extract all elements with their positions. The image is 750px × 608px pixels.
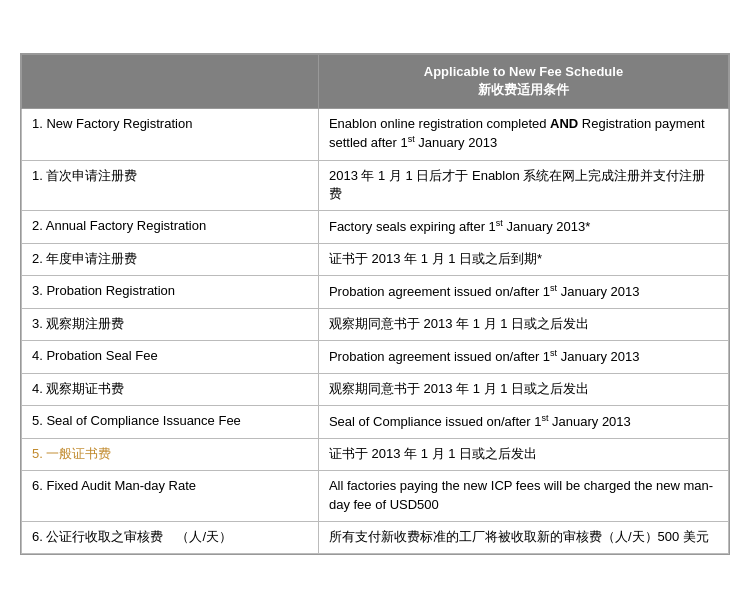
table-row: 4. 观察期证书费观察期同意书于 2013 年 1 月 1 日或之后发出	[22, 374, 729, 406]
row-zh-label: 1. 首次申请注册费	[22, 160, 319, 211]
row-zh-condition: 观察期同意书于 2013 年 1 月 1 日或之后发出	[318, 309, 728, 341]
row-en-label: 6. Fixed Audit Man-day Rate	[22, 471, 319, 522]
row-en-label: 3. Probation Registration	[22, 276, 319, 309]
row-en-label: 5. Seal of Compliance Issuance Fee	[22, 406, 319, 439]
header-zh: 新收费适用条件	[329, 81, 718, 99]
row-zh-condition: 证书于 2013 年 1 月 1 日或之后到期*	[318, 244, 728, 276]
table-row: 5. 一般证书费证书于 2013 年 1 月 1 日或之后发出	[22, 439, 729, 471]
table-row: 1. 首次申请注册费2013 年 1 月 1 日后才于 Enablon 系统在网…	[22, 160, 729, 211]
row-zh-condition: 观察期同意书于 2013 年 1 月 1 日或之后发出	[318, 374, 728, 406]
table-row: 2. Annual Factory RegistrationFactory se…	[22, 211, 729, 244]
fee-schedule-table: Applicable to New Fee Schedule 新收费适用条件 1…	[20, 53, 730, 555]
row-zh-label: 3. 观察期注册费	[22, 309, 319, 341]
row-en-label: 1. New Factory Registration	[22, 108, 319, 160]
row-zh-label: 4. 观察期证书费	[22, 374, 319, 406]
table-row: 6. Fixed Audit Man-day RateAll factories…	[22, 471, 729, 522]
table-row: 4. Probation Seal FeeProbation agreement…	[22, 341, 729, 374]
row-en-condition: All factories paying the new ICP fees wi…	[318, 471, 728, 522]
row-en-label: 2. Annual Factory Registration	[22, 211, 319, 244]
table-row: 6. 公证行收取之审核费 （人/天）所有支付新收费标准的工厂将被收取新的审核费（…	[22, 521, 729, 553]
table-row: 5. Seal of Compliance Issuance FeeSeal o…	[22, 406, 729, 439]
table-row: 2. 年度申请注册费证书于 2013 年 1 月 1 日或之后到期*	[22, 244, 729, 276]
row-en-label: 4. Probation Seal Fee	[22, 341, 319, 374]
header-en: Applicable to New Fee Schedule	[329, 63, 718, 81]
row-en-condition: Probation agreement issued on/after 1st …	[318, 341, 728, 374]
row-en-condition: Enablon online registration completed AN…	[318, 108, 728, 160]
table-row: 3. Probation RegistrationProbation agree…	[22, 276, 729, 309]
row-zh-condition: 证书于 2013 年 1 月 1 日或之后发出	[318, 439, 728, 471]
row-zh-condition: 所有支付新收费标准的工厂将被收取新的审核费（人/天）500 美元	[318, 521, 728, 553]
row-zh-label: 2. 年度申请注册费	[22, 244, 319, 276]
table-row: 1. New Factory RegistrationEnablon onlin…	[22, 108, 729, 160]
header-col-right: Applicable to New Fee Schedule 新收费适用条件	[318, 55, 728, 108]
row-en-condition: Probation agreement issued on/after 1st …	[318, 276, 728, 309]
row-en-condition: Seal of Compliance issued on/after 1st J…	[318, 406, 728, 439]
orange-label: 5. 一般证书费	[32, 446, 111, 461]
header-col-left	[22, 55, 319, 108]
row-zh-label: 5. 一般证书费	[22, 439, 319, 471]
row-zh-condition: 2013 年 1 月 1 日后才于 Enablon 系统在网上完成注册并支付注册…	[318, 160, 728, 211]
row-zh-label: 6. 公证行收取之审核费 （人/天）	[22, 521, 319, 553]
table-row: 3. 观察期注册费观察期同意书于 2013 年 1 月 1 日或之后发出	[22, 309, 729, 341]
row-en-condition: Factory seals expiring after 1st January…	[318, 211, 728, 244]
